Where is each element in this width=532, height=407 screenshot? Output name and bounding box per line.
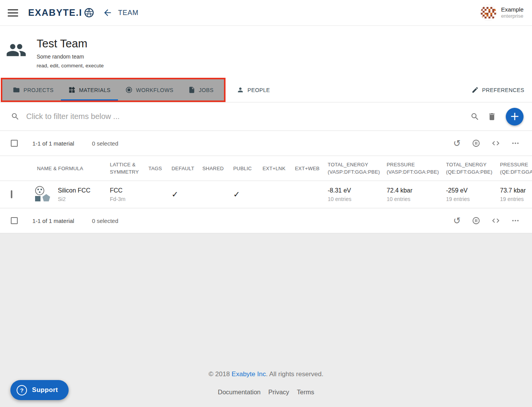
- lattice-type: FCC: [110, 187, 148, 194]
- column-header-total-energy-qe[interactable]: TOTAL_ENERGY(QE:DFT:GGA:PBE): [446, 161, 500, 176]
- company-link[interactable]: Exabyte Inc: [232, 370, 266, 378]
- topbar: EXABYTE.I TEAM: [0, 0, 532, 26]
- cell-lattice-symmetry: FCC Fd-3m: [110, 187, 148, 202]
- tab-projects-label: PROJECTS: [24, 87, 54, 93]
- copyright: © 2018 Exabyte Inc. All rights reserved.: [0, 233, 532, 378]
- search-button[interactable]: [470, 111, 480, 122]
- column-header-default[interactable]: DEFAULT: [172, 165, 202, 172]
- toolbar-actions: ↺: [453, 216, 520, 226]
- column-header-pressure-qe[interactable]: PRESSURE(QE:DFT:GGA:PBE): [500, 161, 532, 176]
- undo-icon: ↺: [453, 139, 461, 148]
- select-all-checkbox[interactable]: [11, 217, 18, 224]
- metric-value: 72.4 kbar: [387, 187, 446, 194]
- metric-entries: 10 entries: [387, 196, 446, 202]
- account-menu[interactable]: Example enterprise: [481, 5, 524, 20]
- preferences-button[interactable]: PREFERENCES: [464, 78, 532, 102]
- column-header-name-formula[interactable]: NAME & FORMULA: [27, 165, 110, 172]
- check-icon: ✓: [233, 190, 240, 199]
- selected-count: 0 selected: [92, 140, 118, 147]
- column-header-ext-lnk[interactable]: EXT+LNK: [263, 165, 295, 172]
- refresh-button[interactable]: ↺: [453, 216, 461, 226]
- cell-name-formula: Silicon FCC Si2: [27, 186, 110, 203]
- column-header-public[interactable]: PUBLIC: [233, 165, 263, 172]
- cell-default: ✓: [172, 190, 202, 199]
- tab-jobs[interactable]: JOBS: [181, 79, 221, 100]
- team-title: Test Team: [37, 37, 104, 50]
- refresh-button[interactable]: ↺: [453, 138, 461, 149]
- metric-entries: 19 entries: [500, 196, 532, 202]
- add-button[interactable]: +: [506, 108, 524, 126]
- column-header-total-energy-vasp[interactable]: TOTAL_ENERGY(VASP:DFT:GGA:PBE): [328, 161, 387, 176]
- tab-workflows-label: WORKFLOWS: [136, 87, 173, 93]
- documentation-link[interactable]: Documentation: [218, 389, 261, 396]
- pause-button[interactable]: [471, 216, 481, 226]
- filter-bar: +: [0, 102, 532, 131]
- pause-circle-icon: [472, 216, 480, 225]
- more-button[interactable]: [510, 216, 520, 226]
- more-icon: [511, 216, 520, 225]
- tab-materials[interactable]: MATERIALS: [61, 79, 118, 100]
- list-toolbar-top: 1-1 of 1 material 0 selected ↺: [0, 131, 532, 156]
- pause-button[interactable]: [471, 138, 481, 148]
- tabbar: PROJECTS MATERIALS WORKFLOWS JOBS PEOPLE…: [0, 78, 532, 102]
- metric-value: -259 eV: [446, 187, 500, 194]
- more-button[interactable]: [510, 138, 520, 148]
- filter-input[interactable]: [26, 112, 470, 121]
- metric-entries: 10 entries: [328, 196, 387, 202]
- metric-entries: 19 entries: [446, 196, 500, 202]
- column-header-tags[interactable]: TAGS: [148, 165, 172, 172]
- select-all-checkbox[interactable]: [11, 140, 18, 147]
- list-toolbar-bottom: 1-1 of 1 material 0 selected ↺: [0, 208, 532, 233]
- row-checkbox[interactable]: [11, 190, 12, 198]
- tab-jobs-label: JOBS: [199, 87, 214, 93]
- copyright-prefix: © 2018: [209, 370, 232, 378]
- page-title: TEAM: [118, 9, 138, 17]
- item-count: 1-1 of 1 material: [32, 218, 74, 224]
- more-icon: [511, 139, 520, 147]
- team-permissions: read, edit, comment, execute: [37, 63, 104, 69]
- tab-workflows[interactable]: WORKFLOWS: [118, 79, 181, 100]
- team-header: Test Team Some random team read, edit, c…: [0, 26, 532, 78]
- team-description: Some random team: [37, 54, 104, 60]
- footer-area: © 2018 Exabyte Inc. All rights reserved.…: [0, 233, 532, 407]
- material-name: Silicon FCC: [58, 187, 90, 194]
- cell-pressure-vasp: 72.4 kbar 10 entries: [387, 187, 446, 202]
- column-header-pressure-vasp[interactable]: PRESSURE(VASP:DFT:GGA:PBE): [387, 161, 446, 176]
- person-icon: [237, 86, 244, 94]
- preferences-label: PREFERENCES: [482, 87, 524, 93]
- document-icon: [188, 86, 195, 94]
- back-arrow-icon[interactable]: [103, 8, 113, 18]
- folder-icon: [13, 86, 20, 94]
- tab-projects[interactable]: PROJECTS: [5, 79, 61, 100]
- support-button[interactable]: ? Support: [10, 380, 69, 400]
- page: EXABYTE.I TEAM: [0, 0, 532, 407]
- column-header-shared[interactable]: SHARED: [202, 165, 233, 172]
- copyright-suffix: . All rights reserved.: [266, 370, 323, 378]
- avatar: [481, 5, 496, 20]
- selected-count: 0 selected: [92, 218, 118, 224]
- tab-people[interactable]: PEOPLE: [229, 78, 277, 102]
- account-name: Example: [501, 6, 524, 13]
- privacy-link[interactable]: Privacy: [268, 389, 289, 396]
- undo-icon: ↺: [453, 216, 461, 225]
- table-row[interactable]: Silicon FCC Si2 FCC Fd-3m ✓ ✓ -8.31 eV 1…: [0, 181, 532, 208]
- toolbar-actions: ↺: [453, 138, 520, 149]
- pencil-icon: [471, 86, 479, 94]
- code-button[interactable]: [491, 138, 501, 148]
- table-header: NAME & FORMULA LATTICE &SYMMETRY TAGS DE…: [0, 156, 532, 181]
- team-people-icon: [6, 40, 27, 60]
- material-formula: Si2: [58, 196, 90, 202]
- code-icon: [492, 216, 500, 225]
- menu-icon[interactable]: [8, 9, 18, 17]
- column-header-lattice-symmetry[interactable]: LATTICE &SYMMETRY: [110, 161, 148, 176]
- symmetry-group: Fd-3m: [110, 196, 148, 202]
- metric-value: 73.7 kbar: [500, 187, 532, 194]
- code-button[interactable]: [491, 216, 501, 226]
- delete-button[interactable]: [487, 111, 497, 122]
- cell-total-energy-vasp: -8.31 eV 10 entries: [328, 187, 387, 202]
- column-header-ext-web[interactable]: EXT+WEB: [295, 165, 328, 172]
- exabyte-logo[interactable]: EXABYTE.I: [28, 7, 94, 18]
- search-icon: [11, 112, 20, 121]
- footer-links: Documentation Privacy Terms: [0, 389, 532, 396]
- terms-link[interactable]: Terms: [297, 389, 314, 396]
